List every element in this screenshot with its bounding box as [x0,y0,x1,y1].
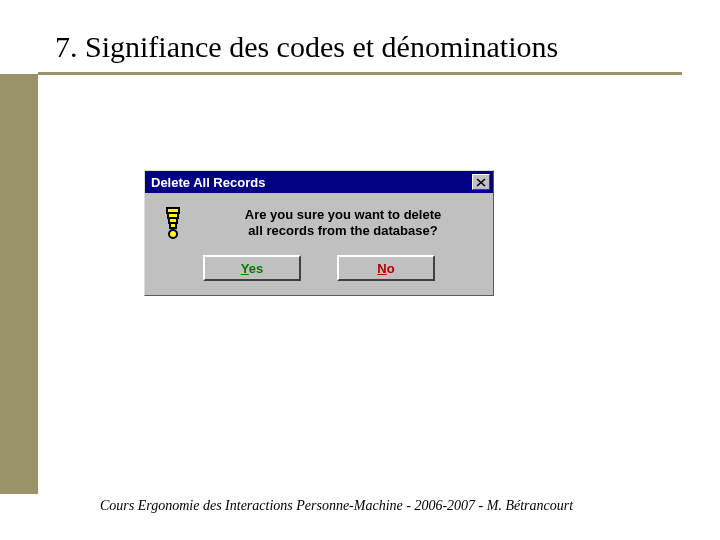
dialog-title: Delete All Records [151,175,265,190]
slide-footer: Cours Ergonomie des Interactions Personn… [100,498,573,514]
no-button[interactable]: No [337,255,435,281]
dialog-content-row: Are you sure you want to delete all reco… [155,205,483,241]
slide: 7. Signifiance des codes et dénomination… [0,0,720,540]
dialog-message-line1: Are you sure you want to delete [245,207,442,222]
yes-button[interactable]: Yes [203,255,301,281]
title-underline [38,72,682,75]
warning-icon [155,205,191,241]
close-icon [476,178,486,187]
svg-rect-5 [170,223,176,228]
dialog-titlebar: Delete All Records [145,171,493,193]
no-hotkey: N [377,261,386,276]
dialog-delete-records: Delete All Records [144,170,494,296]
dialog-button-row: Yes No [155,255,483,281]
slide-title: 7. Signifiance des codes et dénomination… [55,30,558,64]
yes-rest: es [249,261,263,276]
dialog-body: Are you sure you want to delete all reco… [145,193,493,295]
dialog-message-line2: all records from the database? [248,223,437,238]
no-rest: o [387,261,395,276]
dialog-message: Are you sure you want to delete all reco… [203,205,483,240]
svg-point-6 [169,230,177,238]
yes-hotkey: Y [241,261,249,276]
left-sidebar [0,74,38,494]
close-button[interactable] [472,174,490,190]
